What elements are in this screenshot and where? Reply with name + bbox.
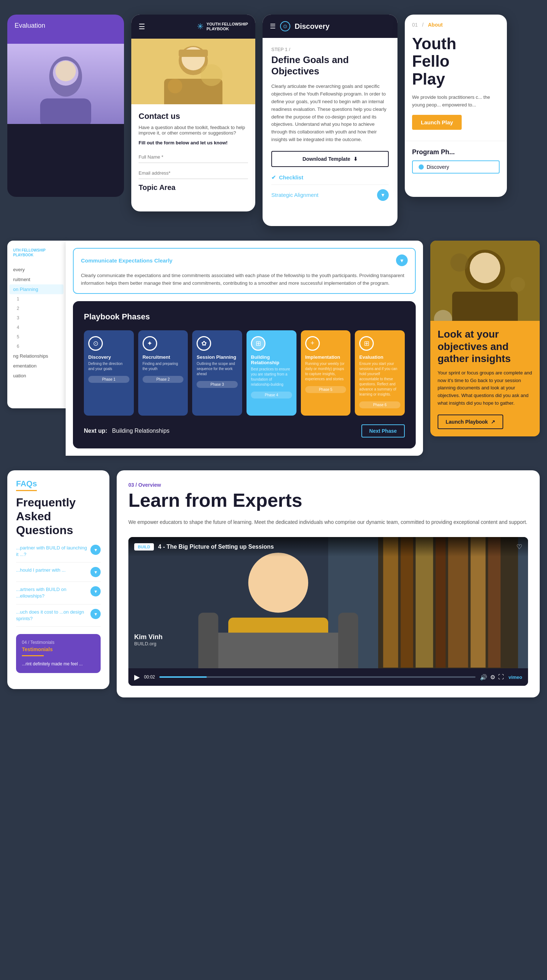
logo-star-icon: ✳ (197, 22, 204, 31)
strategic-label: Strategic Alignment (271, 192, 318, 198)
sidebar-sub-1[interactable]: 1 (13, 294, 60, 304)
faq-question-2: ...hould I partner with ... (16, 567, 87, 573)
download-icon: ⬇ (353, 156, 358, 162)
logo-text: YOUTH FELLOWSHIP PLAYBOOK (207, 22, 248, 31)
testimonial-num: 04 / Testimonials (22, 640, 95, 645)
disc-hamburger-icon[interactable]: ☰ (270, 22, 276, 30)
row1-section: Evaluation ☰ ✳ YOUTH FELLOWSHIP PLAYBOOK (0, 0, 547, 233)
heart-icon[interactable]: ♡ (516, 543, 522, 551)
volume-icon[interactable]: 🔊 (480, 674, 487, 681)
phases-section: Playbook Phases ⊙ Discovery Defining the… (73, 301, 416, 449)
phase-label-4: Phase 4 (251, 391, 292, 398)
card-contact: ☰ ✳ YOUTH FELLOWSHIP PLAYBOOK Contact (131, 14, 255, 212)
sidebar-item-relationships[interactable]: ng Relationships (13, 351, 60, 361)
faq-q-row-1: ...partner with BUILD of launching it ..… (16, 545, 101, 558)
launch-play-button[interactable]: Launch Play (412, 115, 462, 130)
sidebar-logo-line2: PLAYBOOK (13, 253, 60, 258)
testimonial-section: 04 / Testimonials Testimonials ...rint d… (16, 634, 101, 673)
contact-description: Have a question about the toolkit, feedb… (138, 125, 248, 135)
about-slash: / (422, 22, 424, 28)
phase-label-6: Phase 6 (359, 401, 401, 408)
next-up-text: Next up: Building Relationships (84, 428, 170, 434)
full-name-input[interactable] (138, 151, 248, 163)
svg-point-9 (200, 64, 223, 86)
faq-main-title: Frequently Asked Questions (16, 495, 101, 538)
svg-point-16 (510, 277, 525, 292)
play-button[interactable]: ▶ (134, 673, 140, 681)
sidebar-sub-2[interactable]: 2 (13, 304, 60, 313)
sidebar-logo: UTH FELLOWSHIP PLAYBOOK (13, 248, 60, 258)
card-purple: Evaluation (7, 14, 124, 197)
phase-dot-icon (419, 164, 424, 170)
email-input[interactable] (138, 167, 248, 179)
faq-tag: FAQs (16, 479, 37, 491)
faq-question-1: ...partner with BUILD of launching it ..… (16, 545, 87, 558)
phase-sub-relationships: Best practices to ensure you are startin… (251, 367, 292, 387)
contact-cta: Fill out the form below and let us know! (138, 140, 248, 145)
sidebar-item-planning[interactable]: on Planning (10, 285, 64, 294)
card-yellow: Look at your objectives and gather insig… (430, 240, 540, 436)
phase-name-recruitment: Recruitment (143, 355, 184, 360)
step-description: Clearly articulate the overarching goals… (271, 83, 389, 143)
faq-expand-2[interactable]: ▾ (91, 567, 101, 577)
phases-grid: ⊙ Discovery Defining the direction and y… (84, 330, 405, 415)
svg-rect-8 (179, 49, 208, 57)
sidebar-sub-5[interactable]: 5 (13, 332, 60, 342)
accordion-header: Communicate Expectations Clearly ▾ (74, 249, 415, 272)
settings-icon[interactable]: ⚙ (490, 674, 495, 681)
sidebar-sub-6[interactable]: 6 (13, 342, 60, 351)
faq-q-row-2: ...hould I partner with ... ▾ (16, 567, 101, 577)
phase-name-implementation: Implementation (305, 355, 347, 360)
strategic-expand-button[interactable]: ▾ (377, 189, 389, 201)
video-thumbnail: Kim Vinh BUILD.org BUILD 4 - The Big Pic… (128, 537, 528, 668)
svg-point-3 (56, 61, 76, 81)
contact-body: Contact us Have a question about the too… (131, 104, 255, 199)
faq-expand-1[interactable]: ▾ (91, 545, 101, 555)
phase-sub-evaluation: Ensure you start your sessions and if yo… (359, 361, 401, 397)
row3-section: FAQs Frequently Asked Questions ...partn… (0, 463, 547, 705)
discovery-header: ☰ ⊙ Discovery (262, 14, 398, 38)
download-template-button[interactable]: Download Template ⬇ (271, 151, 389, 167)
nav-item-evaluation: Evaluation (14, 22, 45, 30)
about-description: We provide tools practitioners c... the … (405, 88, 507, 115)
phase-sub-recruitment: Finding and preparing the youth (143, 361, 184, 372)
row2-center: Communicate Expectations Clearly ▾ Clear… (66, 240, 423, 456)
download-label: Download Template (302, 156, 350, 162)
sidebar-logo-line1: UTH FELLOWSHIP (13, 248, 60, 253)
sidebar-item-recruitment[interactable]: ruitment (13, 275, 60, 285)
person-org: BUILD.org (134, 641, 163, 646)
check-icon: ✔ (271, 174, 276, 181)
learn-step-overview: Overview (138, 482, 161, 488)
phase-card-implementation: + Implementation Running your weekly (or… (301, 330, 351, 415)
faq-item-2: ...hould I partner with ... ▾ (16, 567, 101, 582)
next-phase-button[interactable]: Next Phase (361, 425, 405, 438)
learn-title: Learn from Experts (128, 490, 528, 511)
contact-title: Contact us (138, 111, 248, 121)
strategic-alignment-row: Strategic Alignment ▾ (271, 185, 389, 205)
checklist-row: ✔ Checklist (271, 174, 389, 181)
phase-icon-planning: ✿ (197, 336, 211, 351)
phase-card-discovery: ⊙ Discovery Defining the direction and y… (84, 330, 134, 415)
accordion-toggle-button[interactable]: ▾ (396, 255, 408, 266)
svg-rect-30 (204, 633, 353, 668)
sidebar-sub-3[interactable]: 3 (13, 313, 60, 323)
faq-expand-4[interactable]: ▾ (91, 609, 101, 619)
faq-expand-3[interactable]: ▾ (91, 586, 101, 597)
sidebar-sub-4[interactable]: 4 (13, 323, 60, 332)
phase-label-3: Phase 3 (197, 381, 238, 388)
hamburger-icon[interactable]: ☰ (138, 22, 145, 31)
sidebar-item-implementation[interactable]: ementation (13, 361, 60, 371)
video-controls-bar: ▶ 00:02 🔊 ⚙ ⛶ vimeo (128, 668, 528, 686)
fullscreen-icon[interactable]: ⛶ (498, 674, 504, 681)
progress-fill (159, 676, 207, 678)
sidebar-item-discovery[interactable]: every (13, 265, 60, 275)
svg-point-14 (470, 253, 500, 283)
progress-bar[interactable] (159, 676, 475, 678)
program-phase-title: Program Ph... (412, 148, 499, 156)
about-header: 01 / About (405, 14, 507, 35)
sidebar-item-evaluation[interactable]: uation (13, 371, 60, 380)
program-phase-section: Program Ph... Discovery (405, 141, 507, 181)
svg-rect-13 (452, 292, 518, 321)
phase-label-1: Phase 1 (88, 376, 129, 383)
launch-playbook-button[interactable]: Launch Playbook ↗ (437, 415, 503, 429)
